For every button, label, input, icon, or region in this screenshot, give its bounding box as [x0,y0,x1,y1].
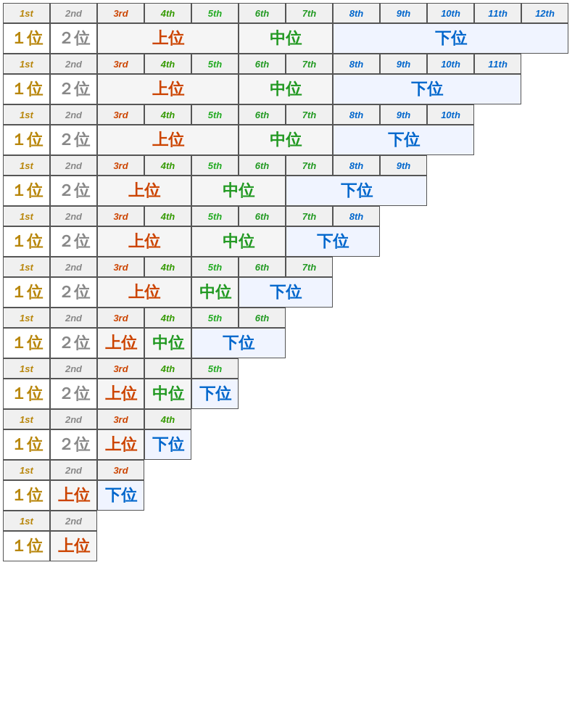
label-cell-下位-n12: 下位 [333,23,568,54]
header-cell-1st-n6: 1st [3,308,50,328]
header-cell-9th-n9: 9th [380,155,427,176]
main-grid: 1st2nd3rd4th5th6th7th8th9th10th11th12th１… [3,3,568,561]
label-cell-上位-n12: 上位 [97,23,239,54]
header-cell-4th-n12: 4th [144,3,191,23]
label-cell-下位-n9: 下位 [286,176,427,206]
header-cell-2nd-n2: 2nd [50,511,97,531]
header-cell-7th-n9: 7th [286,155,333,176]
header-row-6: 1st2nd3rd4th5th6th [3,308,568,328]
header-cell-7th-n8: 7th [286,206,333,226]
header-cell-1st-n10: 1st [3,104,50,125]
section-n12: 1st2nd3rd4th5th6th7th8th9th10th11th12th１… [3,3,568,54]
header-cell-4th-n10: 4th [144,104,191,125]
label-cell-下位-n6: 下位 [191,328,286,358]
label-cell-上位-n3: 上位 [50,480,97,511]
section-n5: 1st2nd3rd4th5th１位２位上位中位下位 [3,358,568,409]
label-cell-中位-n9: 中位 [191,176,286,206]
label-cell-上位-n11: 上位 [97,74,239,104]
header-cell-5th-n7: 5th [191,257,239,277]
label-cell-１位-n11: １位 [3,74,50,104]
header-cell-6th-n6: 6th [239,308,286,328]
header-row-10: 1st2nd3rd4th5th6th7th8th9th10th [3,104,568,125]
header-cell-6th-n10: 6th [239,104,286,125]
header-cell-5th-n10: 5th [191,104,239,125]
header-cell-1st-n9: 1st [3,155,50,176]
header-cell-5th-n6: 5th [191,308,239,328]
header-cell-1st-n4: 1st [3,409,50,429]
label-cell-上位-n9: 上位 [97,176,191,206]
label-cell-１位-n2: １位 [3,531,50,561]
header-cell-10th-n11: 10th [427,54,474,74]
label-row-3: １位上位下位 [3,480,568,511]
header-row-2: 1st2nd [3,511,568,531]
header-cell-6th-n11: 6th [239,54,286,74]
label-cell-中位-n8: 中位 [191,226,286,257]
label-cell-下位-n8: 下位 [286,226,380,257]
label-cell-中位-n10: 中位 [239,125,333,155]
label-cell-上位-n10: 上位 [97,125,239,155]
header-cell-2nd-n6: 2nd [50,308,97,328]
header-cell-8th-n11: 8th [333,54,380,74]
header-cell-4th-n6: 4th [144,308,191,328]
header-cell-3rd-n10: 3rd [97,104,144,125]
label-cell-下位-n3: 下位 [97,480,144,511]
label-cell-１位-n3: １位 [3,480,50,511]
header-cell-7th-n12: 7th [286,3,333,23]
header-cell-10th-n10: 10th [427,104,474,125]
header-cell-1st-n3: 1st [3,460,50,480]
header-cell-2nd-n10: 2nd [50,104,97,125]
header-cell-4th-n11: 4th [144,54,191,74]
label-row-4: １位２位上位下位 [3,429,568,460]
label-cell-下位-n7: 下位 [239,277,333,308]
header-cell-4th-n7: 4th [144,257,191,277]
label-cell-中位-n11: 中位 [239,74,333,104]
header-cell-1st-n11: 1st [3,54,50,74]
header-row-4: 1st2nd3rd4th [3,409,568,429]
header-cell-11th-n12: 11th [474,3,521,23]
label-cell-１位-n10: １位 [3,125,50,155]
header-cell-7th-n11: 7th [286,54,333,74]
header-cell-2nd-n9: 2nd [50,155,97,176]
label-row-7: １位２位上位中位下位 [3,277,568,308]
header-cell-2nd-n5: 2nd [50,358,97,379]
label-cell-中位-n12: 中位 [239,23,333,54]
label-cell-１位-n9: １位 [3,176,50,206]
header-row-8: 1st2nd3rd4th5th6th7th8th [3,206,568,226]
header-cell-3rd-n7: 3rd [97,257,144,277]
section-n2: 1st2nd１位上位 [3,511,568,561]
label-cell-上位-n7: 上位 [97,277,191,308]
label-cell-２位-n9: ２位 [50,176,97,206]
header-cell-4th-n4: 4th [144,409,191,429]
header-cell-8th-n8: 8th [333,206,380,226]
label-cell-上位-n5: 上位 [97,379,144,409]
label-row-11: １位２位上位中位下位 [3,74,568,104]
section-n9: 1st2nd3rd4th5th6th7th8th9th１位２位上位中位下位 [3,155,568,206]
header-cell-3rd-n12: 3rd [97,3,144,23]
header-cell-6th-n7: 6th [239,257,286,277]
header-cell-4th-n5: 4th [144,358,191,379]
label-cell-２位-n12: ２位 [50,23,97,54]
header-cell-2nd-n12: 2nd [50,3,97,23]
label-row-2: １位上位 [3,531,568,561]
label-cell-上位-n4: 上位 [97,429,144,460]
label-cell-下位-n5: 下位 [191,379,239,409]
header-cell-11th-n11: 11th [474,54,521,74]
label-cell-２位-n10: ２位 [50,125,97,155]
header-cell-2nd-n7: 2nd [50,257,97,277]
label-cell-中位-n5: 中位 [144,379,191,409]
header-cell-3rd-n11: 3rd [97,54,144,74]
header-cell-9th-n10: 9th [380,104,427,125]
header-row-9: 1st2nd3rd4th5th6th7th8th9th [3,155,568,176]
section-n3: 1st2nd3rd１位上位下位 [3,460,568,511]
header-cell-4th-n9: 4th [144,155,191,176]
header-cell-4th-n8: 4th [144,206,191,226]
header-cell-1st-n2: 1st [3,511,50,531]
header-row-12: 1st2nd3rd4th5th6th7th8th9th10th11th12th [3,3,568,23]
header-cell-3rd-n5: 3rd [97,358,144,379]
label-cell-１位-n6: １位 [3,328,50,358]
header-cell-8th-n9: 8th [333,155,380,176]
header-row-11: 1st2nd3rd4th5th6th7th8th9th10th11th [3,54,568,74]
header-cell-8th-n10: 8th [333,104,380,125]
header-cell-1st-n12: 1st [3,3,50,23]
header-cell-2nd-n8: 2nd [50,206,97,226]
